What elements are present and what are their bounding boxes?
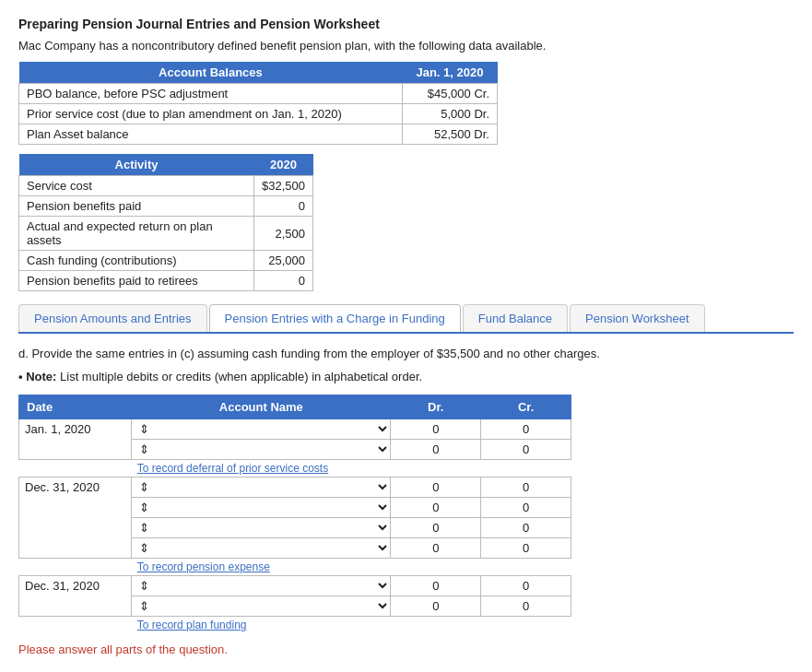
activity-row: Cash funding (contributions)25,000 — [19, 251, 313, 271]
account-balances-header2: Jan. 1, 2020 — [402, 62, 497, 84]
account-name-select[interactable]: ⇕ — [132, 477, 390, 497]
tab-pension-entries-with-a-charge-in-funding[interactable]: Pension Entries with a Charge in Funding — [209, 304, 461, 332]
journal-link-row: To record plan funding — [19, 617, 571, 634]
account-name-select[interactable]: ⇕ — [132, 419, 390, 439]
journal-link-text[interactable]: To record pension expense — [132, 559, 571, 576]
activity-value: 0 — [254, 271, 313, 291]
journal-cr: 0 — [481, 440, 571, 460]
journal-date: Dec. 31, 2020 — [19, 477, 132, 559]
journal-date: Jan. 1, 2020 — [19, 419, 132, 460]
journal-account-cell[interactable]: ⇕ — [132, 440, 391, 460]
activity-row: Service cost$32,500 — [19, 176, 313, 196]
activity-value: $32,500 — [254, 176, 313, 196]
journal-link-text[interactable]: To record deferral of prior service cost… — [132, 460, 571, 477]
journal-account-cell[interactable]: ⇕ — [132, 596, 391, 617]
account-balances-row: Prior service cost (due to plan amendmen… — [19, 104, 498, 124]
activity-value: 25,000 — [254, 251, 313, 271]
activity-header1: Activity — [19, 154, 254, 176]
journal-col-account: Account Name — [132, 395, 391, 419]
tab-fund-balance[interactable]: Fund Balance — [463, 304, 568, 332]
account-label: Plan Asset balance — [19, 124, 403, 145]
journal-account-cell[interactable]: ⇕ — [132, 498, 391, 518]
journal-dr: 0 — [391, 477, 481, 498]
journal-dr: 0 — [391, 419, 481, 440]
account-value: 52,500 Dr. — [402, 124, 497, 145]
activity-label: Pension benefits paid to retirees — [19, 271, 254, 291]
tab-pension-worksheet[interactable]: Pension Worksheet — [570, 304, 705, 332]
journal-col-dr: Dr. — [391, 395, 481, 419]
main-title: Preparing Pension Journal Entries and Pe… — [18, 17, 794, 31]
activity-header2: 2020 — [254, 154, 313, 176]
account-name-select[interactable]: ⇕ — [132, 518, 390, 537]
journal-cr: 0 — [481, 538, 571, 559]
journal-cr: 0 — [481, 576, 571, 596]
journal-dr: 0 — [391, 576, 481, 596]
journal-account-cell[interactable]: ⇕ — [132, 518, 391, 538]
journal-dr: 0 — [391, 498, 481, 518]
journal-link-date-empty — [19, 460, 132, 477]
activity-table: Activity 2020 Service cost$32,500Pension… — [18, 154, 313, 291]
journal-account-cell[interactable]: ⇕ — [132, 576, 391, 596]
journal-row: Dec. 31, 2020⇕00 — [19, 477, 571, 498]
journal-dr: 0 — [391, 596, 481, 617]
activity-label: Pension benefits paid — [19, 196, 254, 217]
journal-cr: 0 — [481, 419, 571, 440]
account-value: $45,000 Cr. — [402, 84, 497, 104]
account-label: Prior service cost (due to plan amendmen… — [19, 104, 403, 124]
activity-label: Actual and expected return on plan asset… — [19, 217, 254, 251]
journal-date: Dec. 31, 2020 — [19, 576, 132, 617]
activity-row: Pension benefits paid to retirees0 — [19, 271, 313, 291]
journal-dr: 0 — [391, 440, 481, 460]
account-name-select[interactable]: ⇕ — [132, 498, 390, 517]
account-balances-row: PBO balance, before PSC adjustment$45,00… — [19, 84, 498, 104]
account-name-select[interactable]: ⇕ — [132, 576, 390, 595]
journal-account-cell[interactable]: ⇕ — [132, 538, 391, 559]
journal-account-cell[interactable]: ⇕ — [132, 477, 391, 498]
tabs-row: Pension Amounts and EntriesPension Entri… — [18, 304, 794, 334]
journal-account-cell[interactable]: ⇕ — [132, 419, 391, 440]
account-balances-row: Plan Asset balance52,500 Dr. — [19, 124, 498, 145]
activity-label: Cash funding (contributions) — [19, 251, 254, 271]
journal-link-row: To record pension expense — [19, 559, 571, 576]
activity-value: 0 — [254, 196, 313, 217]
journal-dr: 0 — [391, 538, 481, 559]
account-name-select[interactable]: ⇕ — [132, 440, 390, 459]
journal-cr: 0 — [481, 518, 571, 538]
tab-pension-amounts-and-entries[interactable]: Pension Amounts and Entries — [18, 304, 207, 332]
journal-link-date-empty — [19, 617, 132, 634]
journal-link-row: To record deferral of prior service cost… — [19, 460, 571, 477]
note-text: • Note: List multiple debits or credits … — [18, 370, 794, 383]
activity-value: 2,500 — [254, 217, 313, 251]
activity-row: Pension benefits paid0 — [19, 196, 313, 217]
activity-label: Service cost — [19, 176, 254, 196]
please-answer: Please answer all parts of the question. — [18, 643, 794, 656]
description-text: d. Provide the same entries in (c) assum… — [18, 347, 794, 360]
journal-link-date-empty — [19, 559, 132, 576]
journal-link-text[interactable]: To record plan funding — [132, 617, 571, 634]
journal-dr: 0 — [391, 518, 481, 538]
intro-text: Mac Company has a noncontributory define… — [18, 39, 794, 53]
journal-row: Dec. 31, 2020⇕00 — [19, 576, 571, 596]
journal-cr: 0 — [481, 498, 571, 518]
journal-col-date: Date — [19, 395, 132, 419]
journal-col-cr: Cr. — [481, 395, 571, 419]
journal-cr: 0 — [481, 596, 571, 617]
account-name-select[interactable]: ⇕ — [132, 596, 390, 616]
activity-row: Actual and expected return on plan asset… — [19, 217, 313, 251]
account-balances-header1: Account Balances — [19, 62, 403, 84]
journal-row: Jan. 1, 2020⇕00 — [19, 419, 571, 440]
account-label: PBO balance, before PSC adjustment — [19, 84, 403, 104]
account-name-select[interactable]: ⇕ — [132, 538, 390, 558]
journal-table: Date Account Name Dr. Cr. Jan. 1, 2020⇕0… — [18, 395, 571, 633]
account-balances-table: Account Balances Jan. 1, 2020 PBO balanc… — [18, 62, 498, 145]
note-content: List multiple debits or credits (when ap… — [60, 370, 422, 383]
journal-cr: 0 — [481, 477, 571, 498]
account-value: 5,000 Dr. — [402, 104, 497, 124]
